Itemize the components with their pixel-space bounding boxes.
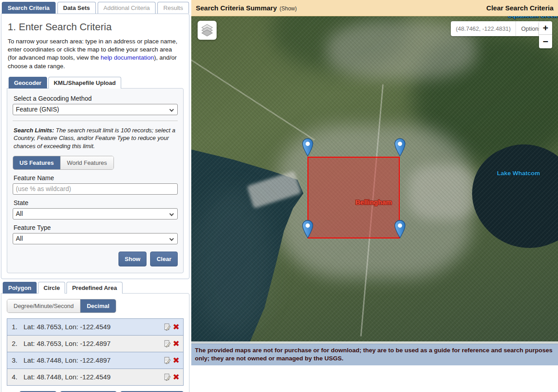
edit-icon[interactable] bbox=[163, 373, 171, 381]
delete-icon[interactable]: ✖ bbox=[173, 373, 180, 381]
feature-type-label: Feature Type bbox=[14, 224, 177, 231]
zoom-control: + − bbox=[539, 21, 552, 48]
tab-circle[interactable]: Circle bbox=[38, 282, 65, 294]
coordinate-list: 1. Lat: 48.7653, Lon: -122.4549 ✖ 2. Lat… bbox=[7, 318, 184, 386]
feature-name-label: Feature Name bbox=[14, 174, 177, 182]
tab-additional-criteria[interactable]: Additional Criteria bbox=[98, 2, 156, 14]
lake-label: Lake Whatcom bbox=[497, 170, 540, 177]
tab-kml-shapefile-upload[interactable]: KML/Shapefile Upload bbox=[48, 77, 121, 89]
feature-type-select[interactable]: All bbox=[13, 233, 178, 244]
map-disclaimer: The provided maps are not for purchase o… bbox=[191, 344, 558, 365]
geocoding-method-value: Feature (GNIS) bbox=[16, 106, 59, 113]
chevron-down-icon bbox=[170, 107, 174, 112]
edit-icon[interactable] bbox=[163, 340, 171, 347]
mouse-coordinates-display: (48.7462, -122.4831) bbox=[451, 21, 515, 36]
coordinate-row: 1. Lat: 48.7653, Lon: -122.4549 ✖ bbox=[7, 319, 183, 336]
summary-show-toggle[interactable]: (Show) bbox=[279, 5, 297, 12]
page-title: 1. Enter Search Criteria bbox=[8, 21, 184, 33]
search-limits-label: Search Limits: bbox=[14, 127, 54, 134]
show-button[interactable]: Show bbox=[118, 252, 147, 266]
layers-icon bbox=[201, 23, 213, 37]
search-criteria-summary-title: Search Criteria Summary bbox=[196, 4, 277, 12]
world-features-button[interactable]: World Features bbox=[61, 156, 113, 169]
coordinate-index: 3. bbox=[12, 356, 24, 364]
coordinate-row: 3. Lat: 48.7448, Lon: -122.4897 ✖ bbox=[7, 352, 183, 369]
coordinate-format-toggle: Degree/Minute/Second Decimal bbox=[7, 299, 116, 313]
coordinate-text: Lat: 48.7448, Lon: -122.4897 bbox=[24, 356, 161, 364]
delete-icon[interactable]: ✖ bbox=[173, 323, 180, 331]
clear-search-criteria-link[interactable]: Clear Search Criteria bbox=[487, 4, 553, 12]
help-documentation-link[interactable]: help documentation bbox=[101, 54, 154, 61]
map-header-bar: Search Criteria Summary (Show) Clear Sea… bbox=[191, 0, 558, 16]
tab-data-sets[interactable]: Data Sets bbox=[57, 2, 96, 14]
earthexplorer-app: Search Criteria Data Sets Additional Cri… bbox=[0, 0, 558, 392]
tab-search-criteria[interactable]: Search Criteria bbox=[2, 2, 56, 14]
coordinate-text: Lat: 48.7653, Lon: -122.4897 bbox=[24, 340, 161, 347]
area-section: Polygon Circle Predefined Area Degree/Mi… bbox=[1, 282, 190, 392]
layers-control[interactable] bbox=[198, 21, 217, 40]
geocoder-box: Select a Geocoding Method Feature (GNIS)… bbox=[7, 88, 184, 273]
coordinate-index: 2. bbox=[12, 340, 24, 347]
dms-format-button[interactable]: Degree/Minute/Second bbox=[7, 299, 80, 313]
chevron-down-icon bbox=[170, 211, 174, 216]
edit-icon[interactable] bbox=[163, 323, 171, 331]
attribution-text: | Tiles © Esri — Source: Esri, i-cubed, … bbox=[194, 342, 522, 344]
decimal-format-button[interactable]: Decimal bbox=[80, 299, 116, 313]
feature-scope-toggle: US Features World Features bbox=[13, 156, 114, 170]
tab-results[interactable]: Results bbox=[157, 2, 189, 14]
state-value: All bbox=[16, 210, 23, 217]
intro-text: To narrow your search area: type in an a… bbox=[8, 37, 183, 70]
tab-geocoder[interactable]: Geocoder bbox=[9, 77, 47, 89]
clear-button[interactable]: Clear bbox=[150, 252, 178, 266]
map-marker-pin[interactable] bbox=[394, 138, 406, 157]
area-tabs: Polygon Circle Predefined Area bbox=[1, 282, 190, 294]
polygon-box: Degree/Minute/Second Decimal 1. Lat: 48.… bbox=[1, 293, 189, 392]
mouse-coordinates-control: (48.7462, -122.4831) Options bbox=[451, 21, 546, 36]
search-criteria-panel: Search Criteria Data Sets Additional Cri… bbox=[0, 0, 190, 392]
map-canvas[interactable]: Bellingham Lake Whatcom Squalicum Creek … bbox=[191, 16, 558, 344]
search-limits-note: Search Limits: The search result limit i… bbox=[14, 126, 177, 150]
tab-predefined-area[interactable]: Predefined Area bbox=[66, 282, 122, 294]
coordinate-row: 2. Lat: 48.7653, Lon: -122.4897 ✖ bbox=[7, 336, 183, 352]
chevron-down-icon bbox=[170, 236, 174, 241]
coordinate-row: 4. Lat: 48.7448, Lon: -122.4549 ✖ bbox=[7, 369, 183, 385]
creek-label: Squalicum Creek bbox=[508, 16, 558, 19]
coordinate-text: Lat: 48.7653, Lon: -122.4549 bbox=[24, 323, 161, 331]
feature-type-value: All bbox=[16, 235, 23, 242]
tab-polygon[interactable]: Polygon bbox=[3, 282, 37, 294]
feature-name-input[interactable] bbox=[13, 183, 178, 195]
search-area-polygon bbox=[307, 157, 400, 238]
map-column: Search Criteria Summary (Show) Clear Sea… bbox=[191, 0, 558, 392]
coordinate-index: 4. bbox=[12, 373, 24, 381]
coordinate-text: Lat: 48.7448, Lon: -122.4549 bbox=[24, 373, 161, 381]
map-marker-pin[interactable] bbox=[302, 138, 313, 157]
delete-icon[interactable]: ✖ bbox=[173, 356, 180, 364]
map-marker-pin[interactable] bbox=[394, 220, 406, 238]
state-select[interactable]: All bbox=[13, 208, 178, 219]
state-label: State bbox=[14, 199, 177, 206]
main-nav-tabs: Search Criteria Data Sets Additional Cri… bbox=[1, 2, 190, 14]
us-features-button[interactable]: US Features bbox=[13, 156, 61, 169]
map-attribution: Leaflet | Tiles © Esri — Source: Esri, i… bbox=[191, 341, 558, 344]
geocoder-tabs: Geocoder KML/Shapefile Upload bbox=[7, 77, 184, 89]
edit-icon[interactable] bbox=[163, 356, 171, 364]
zoom-in-button[interactable]: + bbox=[539, 21, 552, 35]
map-marker-pin[interactable] bbox=[302, 220, 313, 238]
delete-icon[interactable]: ✖ bbox=[173, 340, 180, 348]
coordinate-index: 1. bbox=[12, 323, 24, 331]
zoom-out-button[interactable]: − bbox=[539, 35, 552, 48]
geocoding-method-select[interactable]: Feature (GNIS) bbox=[13, 104, 178, 115]
divider bbox=[13, 121, 178, 121]
enter-search-criteria-section: 1. Enter Search Criteria To narrow your … bbox=[1, 14, 189, 279]
geocoding-method-label: Select a Geocoding Method bbox=[14, 95, 177, 102]
